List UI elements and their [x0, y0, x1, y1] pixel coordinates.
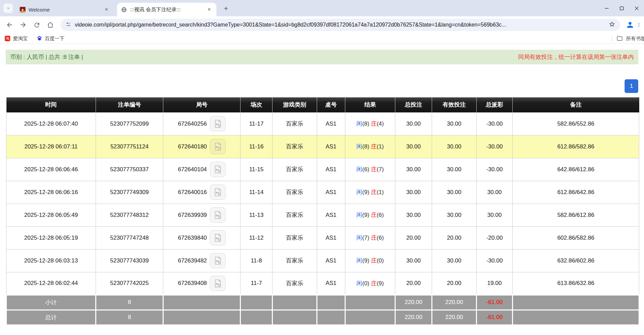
video-replay-button[interactable] [210, 139, 226, 154]
menu-icon[interactable] [637, 21, 641, 28]
forward-button[interactable] [17, 19, 29, 31]
cell-total-bet[interactable]: 30.00 [395, 112, 432, 135]
cell-total-bet[interactable]: 30.00 [395, 135, 432, 158]
table-row[interactable]: 2025-12-28 06:02:44523077742025672639408… [6, 272, 639, 295]
cell-total-bet[interactable]: 30.00 [395, 204, 432, 226]
round-id: 672640180 [178, 143, 207, 150]
video-replay-icon [213, 165, 222, 174]
result-player-label: 闲 [357, 189, 362, 195]
reload-button[interactable] [31, 19, 43, 31]
cell-valid-bet: 30.00 [432, 181, 477, 204]
round-group: 672640016 [178, 185, 226, 200]
arrow-right-icon [19, 21, 27, 29]
cell-session: 11-7 [241, 272, 273, 295]
summary-empty-cell [241, 295, 273, 310]
result-banker-value: (1) [377, 143, 384, 150]
tab-welcome[interactable]: ♠ Welcome × [16, 3, 114, 16]
maximize-button[interactable] [614, 0, 629, 16]
video-replay-button[interactable] [210, 116, 226, 131]
video-replay-button[interactable] [210, 207, 226, 223]
cell-session: 11-13 [241, 204, 273, 226]
round-group: 672639939 [178, 207, 226, 223]
result-player-value: (6) [362, 166, 371, 173]
cell-session: 11-14 [241, 181, 273, 204]
cell-valid-bet: 30.00 [432, 249, 477, 272]
video-replay-icon [213, 233, 222, 242]
summary-valid-bet: 220.00 [432, 310, 477, 325]
round-id: 672640016 [178, 189, 207, 196]
new-tab-button[interactable]: + [222, 4, 230, 13]
tab-search-button[interactable] [3, 3, 13, 13]
table-row[interactable]: 2025-12-28 06:06:16523077749309672640016… [6, 181, 639, 204]
bookmark-baidu[interactable]: 百度一下 [37, 35, 65, 42]
video-replay-button[interactable] [210, 230, 226, 245]
column-header-7: 总投注 [395, 97, 432, 112]
column-header-4: 游戏类别 [273, 97, 317, 112]
cell-time: 2025-12-28 06:03:13 [6, 249, 96, 272]
cell-result: 闲(6) 庄(7) [345, 158, 395, 181]
round-group: 672639408 [178, 276, 226, 291]
cell-total-bet[interactable]: 30.00 [395, 249, 432, 272]
cell-table-no: AS1 [317, 181, 345, 204]
video-replay-button[interactable] [210, 253, 226, 268]
summary-count: 8 [96, 295, 163, 310]
result-banker-value: (6) [377, 212, 384, 218]
result-player-value: (0) [362, 280, 371, 287]
video-replay-icon [213, 256, 222, 265]
bookmark-star-icon[interactable] [609, 21, 615, 29]
cell-result: 闲(8) 庄(4) [345, 112, 395, 135]
cell-result: 闲(8) 庄(1) [345, 135, 395, 158]
cell-note: 632.86/602.86 [513, 249, 639, 272]
browser-toolbar: videoie.com/ipl/portal.php/game/betrecor… [0, 16, 644, 33]
table-header-row: 时间注单编号局号场次游戏类别桌号结果总投注有效投注总派彩备注 [6, 97, 639, 112]
result-player-value: (9) [362, 212, 371, 218]
cell-time: 2025-12-28 06:07:11 [6, 135, 96, 158]
cell-note: 582.86/552.86 [513, 112, 639, 135]
table-row[interactable]: 2025-12-28 06:07:11523077751124672640180… [6, 135, 639, 158]
minimize-button[interactable] [599, 0, 614, 16]
cell-total-bet[interactable]: 20.00 [395, 226, 432, 249]
tab-close-icon[interactable]: × [103, 6, 110, 13]
all-bookmarks[interactable]: 所有书签 [612, 33, 644, 44]
video-replay-button[interactable] [210, 276, 226, 291]
tab-close-icon[interactable]: × [206, 6, 212, 13]
cell-game-type: 百家乐 [273, 181, 317, 204]
cell-time: 2025-12-28 06:05:19 [6, 226, 96, 249]
pagination-page-1[interactable]: 1 [625, 79, 638, 93]
close-window-button[interactable] [629, 0, 644, 16]
cell-payout: -30.00 [477, 112, 513, 135]
site-info-icon[interactable] [65, 21, 71, 29]
result-banker-label: 庄 [371, 257, 377, 264]
cell-time: 2025-12-28 06:07:40 [6, 112, 96, 135]
cell-time: 2025-12-28 06:06:46 [6, 158, 96, 181]
home-button[interactable] [44, 19, 56, 31]
table-row[interactable]: 2025-12-28 06:05:49523077748312672639939… [6, 204, 639, 226]
video-replay-button[interactable] [210, 162, 226, 177]
bookmarks-bar: 淘 爱淘宝 百度一下 所有书签 [0, 33, 644, 44]
summary-empty-cell [163, 295, 241, 310]
url-bar[interactable]: videoie.com/ipl/portal.php/game/betrecor… [61, 19, 620, 31]
cell-total-bet[interactable]: 30.00 [395, 158, 432, 181]
bookmark-label: 爱淘宝 [13, 35, 28, 42]
back-button[interactable] [3, 19, 16, 31]
profile-avatar[interactable] [625, 20, 635, 30]
column-header-3: 场次 [241, 97, 273, 112]
cell-table-no: AS1 [317, 158, 345, 181]
result-player-value: (8) [362, 143, 371, 150]
cell-session: 11-15 [241, 158, 273, 181]
round-group: 672639840 [178, 230, 226, 245]
table-row[interactable]: 2025-12-28 06:05:19523077747248672639840… [6, 226, 639, 249]
cell-total-bet[interactable]: 20.00 [395, 272, 432, 295]
cell-total-bet[interactable]: 30.00 [395, 181, 432, 204]
cell-valid-bet: 20.00 [432, 272, 477, 295]
bookmark-taobao[interactable]: 淘 爱淘宝 [5, 35, 28, 42]
tab-bet-records[interactable]: :::视讯 会员下注纪录::: × [117, 3, 216, 16]
bet-records-table: 时间注单编号局号场次游戏类别桌号结果总投注有效投注总派彩备注 2025-12-2… [6, 97, 640, 325]
video-replay-button[interactable] [210, 185, 226, 200]
cell-valid-bet: 30.00 [432, 204, 477, 226]
summary-total-bet: 220.00 [395, 310, 432, 325]
table-row[interactable]: 2025-12-28 06:07:40523077752099672640256… [6, 112, 639, 135]
table-row[interactable]: 2025-12-28 06:06:46523077750337672640104… [6, 158, 639, 181]
pagination: 1 [6, 79, 638, 93]
table-row[interactable]: 2025-12-28 06:03:13523077743039672639482… [6, 249, 639, 272]
